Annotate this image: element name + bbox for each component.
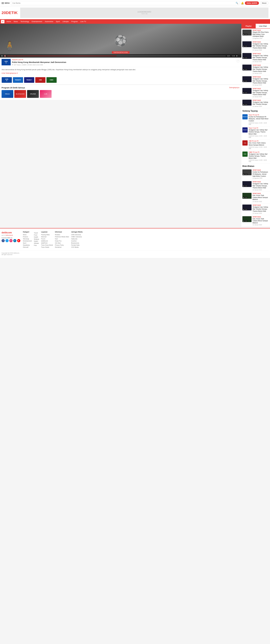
footer-link-finance[interactable]: Finance (23, 236, 32, 238)
ch-detik-label: detiktv (5, 78, 8, 81)
search-input[interactable] (12, 2, 235, 4)
blak-blakan-item[interactable]: ▶ 12:10 SPORT BUZZ Duh, Kroos Tarik Cela… (241, 192, 270, 204)
footer-link-foto[interactable]: Foto (34, 244, 39, 246)
channel-cnbc[interactable]: CNBC (46, 77, 57, 83)
menu-button[interactable]: MENU (2, 2, 10, 4)
nav-livetv[interactable]: Live TV (79, 19, 87, 24)
program-card-drooftalk[interactable]: d'Rooftalk (27, 90, 39, 98)
footer-link-cnbci[interactable]: CNBC Indonesia (71, 236, 83, 238)
playlist-item[interactable]: ▶ 12:10 SPORT BUZZ 'Endgame' dan 'Infini… (241, 75, 270, 87)
playlist-item[interactable]: ▶ 12:10 SPORT BUZZ Wagub DKI Riza Patria… (241, 28, 270, 40)
nav-entertainment[interactable]: Entertainment (30, 19, 44, 24)
footer-link-adsmart[interactable]: Adsmart (41, 236, 53, 238)
channel-transtv[interactable]: TRANSTV (13, 77, 23, 83)
nav-sport[interactable]: Sport (55, 19, 61, 24)
blak-blakan-item[interactable]: ▶ 12:10 SPORT BUZZ 'Endgame' dan 'Infini… (241, 180, 270, 192)
footer-link-detikx[interactable]: DetikX (34, 240, 39, 242)
footer-link-travel[interactable]: Travel (34, 232, 39, 234)
blak-blakan-item[interactable]: ▶ 12:10 SPORT BUZZ Duh, Kroos Tarik Cela… (241, 215, 270, 227)
linkedin-icon[interactable]: in (13, 239, 16, 242)
footer-link-otomotif[interactable]: Otomotif (23, 246, 32, 248)
footer-col-kategori: Kategori News Finance Teknologi Entertai… (23, 231, 32, 248)
footer-link-health[interactable]: Health (34, 236, 39, 238)
footer-col-informasi: Informasi Redaksi Pedoman Media Siber Ka… (55, 231, 69, 248)
footer-link-news[interactable]: News (23, 234, 32, 236)
blak-blakan-item[interactable]: ▶ 12:10 SPORT BUZZ 'Endgame' dan 'Infini… (241, 204, 270, 215)
footer-link-transstudio[interactable]: Trans Studio (41, 246, 53, 248)
site-logo[interactable]: 20DETIK (2, 10, 18, 15)
player-icon: 🧍 (4, 40, 15, 51)
facebook-icon[interactable]: f (2, 239, 5, 242)
footer-link-entertainment[interactable]: Entertainment (23, 240, 32, 242)
footer-link-karir[interactable]: Karir (55, 238, 69, 240)
footer-link-sport[interactable]: Sport (23, 242, 32, 244)
program-card-blakblakan[interactable]: BLAK BLAKAN (14, 90, 26, 98)
tab-livechat[interactable]: Live Chat (256, 24, 270, 28)
program-card-elife[interactable]: e-Life (40, 90, 52, 98)
playlist-item[interactable]: ▶ 12:10 SPORT BUZZ 'Endgame' dan 'Infini… (241, 64, 270, 75)
footer-link-20detik[interactable]: 20Detik (34, 242, 39, 244)
channel-cnn[interactable]: CNN (35, 77, 46, 83)
playlist-title: 'Endgame' dan 'Infinity War' Disebut Ser… (252, 90, 269, 96)
bell-icon[interactable]: 🔔 (241, 2, 244, 4)
program-card-mentor[interactable]: d'Mentor (2, 90, 13, 98)
footer-link-disclaimer[interactable]: Disclaimer (55, 246, 69, 248)
programs-more-link[interactable]: Selengkapnya › (229, 87, 240, 88)
footer-link-haibunda[interactable]: Haibunda (71, 238, 83, 240)
footer-link-redaksi[interactable]: Redaksi (55, 234, 69, 236)
video-player[interactable]: ⚽ 🧍 20D www.20detik.com TONTON DETIK DI … (0, 24, 241, 58)
channel-trans7[interactable]: TRANS 7 (24, 77, 34, 83)
footer-link-forum[interactable]: Forum (41, 238, 53, 240)
footer-link-privacy[interactable]: Privacy Policy (55, 244, 69, 246)
footer-link-teknologi[interactable]: Teknologi (23, 238, 32, 240)
playlist-item[interactable]: ▶ 12:10 SPORT BUZZ 'Endgame' dan 'Infini… (241, 52, 270, 64)
playlist-item[interactable]: ▶ 12:10 SPORT BUZZ 'Endgame' dan 'Infini… (241, 40, 270, 52)
nav-lifestyle[interactable]: Lifestyle (61, 19, 70, 24)
tayang-item[interactable]: CNN CNN TV Live TV Duh, Kroos Tarik Cela… (241, 139, 270, 150)
playlist-category: SPORT BUZZ (252, 76, 269, 78)
register-button[interactable]: Daftar detiKID (245, 2, 259, 5)
youtube-icon[interactable]: ▶ (17, 239, 20, 242)
nav-technology[interactable]: Technology (19, 19, 30, 24)
nav-news[interactable]: News (12, 19, 19, 24)
share-button[interactable]: ⤴ (236, 59, 240, 62)
article-title[interactable]: Polisi Hong Kong Membantah Menyamar Jadi… (12, 61, 235, 64)
footer-link-transsnow[interactable]: Trans Snow World (41, 244, 53, 246)
video-play-overlay[interactable]: TONTON DETIK DI 2021 (112, 51, 129, 54)
nav-automotive[interactable]: Automotive (44, 19, 55, 24)
fullscreen-icon[interactable]: ⛶ (238, 55, 240, 57)
tayang-item[interactable]: CNBC CNBC TV Live TV 'Endgame' dan 'Infi… (241, 150, 270, 164)
footer-link-insertive[interactable]: Insertive (71, 240, 83, 242)
playlist-item[interactable]: ▶ 12:10 SPORT BUZZ 'Endgame' dan 'Infini… (241, 87, 270, 99)
footer-link-beautynesia[interactable]: Beautynesia (71, 242, 83, 244)
footer-link-pedoman[interactable]: Pedoman Media Siber (55, 236, 69, 238)
footer-link-infoiklan[interactable]: Info Iklan (55, 242, 69, 244)
instagram-icon[interactable]: ✿ (9, 239, 13, 242)
nav-home[interactable]: Home (5, 19, 12, 24)
tayang-item[interactable]: TRANS7 Trans 7 Live TV 'Endgame' dan 'In… (241, 126, 270, 140)
channel-detiktv[interactable]: detiktv (2, 77, 12, 83)
tayang-item[interactable]: TRANSTV Trans TV Live TV Kunker ke Perba… (241, 113, 270, 126)
twitter-icon[interactable]: t (6, 239, 9, 242)
see-more-button[interactable]: Lihat Selengkapnya ▾ (2, 72, 240, 74)
progress-bar[interactable] (7, 56, 226, 56)
footer-link-detikevent[interactable]: detikEvent (41, 240, 53, 242)
footer-link-pasangmata[interactable]: Pasang Mata (41, 234, 53, 236)
blak-blakan-item[interactable]: ▶ 12:10 SPORT BUZZ Kunker ke Perbatasan … (241, 168, 270, 180)
tab-playlist[interactable]: Playlist (241, 24, 256, 28)
footer-link-food[interactable]: Food (34, 234, 39, 236)
search-bar[interactable]: 🔍 (11, 1, 239, 5)
footer-link-wolipop[interactable]: Wolipop (34, 238, 39, 240)
login-button[interactable]: Masuk (260, 1, 268, 5)
footer-link-detikpoint[interactable]: detikPoint (41, 242, 53, 244)
footer-link-sepakbola[interactable]: Sepakbola (23, 244, 32, 246)
footer-link-femaledaily[interactable]: Female Daily (71, 244, 83, 246)
footer-link-cxo[interactable]: CXO Media (71, 246, 83, 248)
nav-program[interactable]: Program (70, 19, 79, 24)
settings-icon[interactable]: ⚙ (236, 55, 238, 57)
playlist-item[interactable]: ▶ 12:10 SPORT BUZZ 'Endgame' dan 'Infini… (241, 99, 270, 108)
footer-link-cnni[interactable]: CNN Indonesia (71, 234, 83, 236)
pause-icon[interactable]: ⏸ (1, 55, 3, 57)
footer-link-kotakpos[interactable]: Kotak Pos (55, 240, 69, 242)
volume-icon[interactable]: 🔇 (4, 55, 6, 57)
